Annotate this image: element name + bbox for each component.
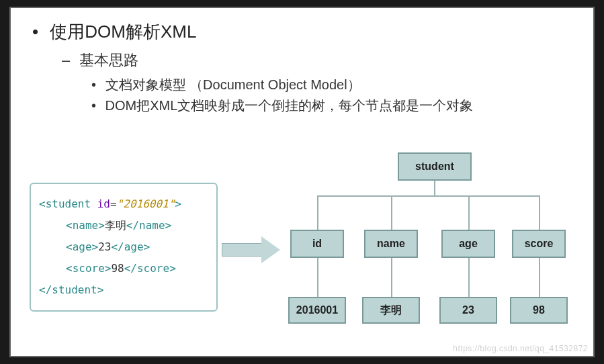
arrow-body: [222, 243, 262, 257]
xml-attr: id: [91, 197, 110, 210]
dom-tree: student id name age score 2016001 李明 23 …: [290, 152, 581, 344]
xml-tag: </student>: [39, 283, 103, 296]
xml-tag: </age>: [111, 240, 150, 253]
slide: 使用DOM解析XML 基本思路 文档对象模型 （Document Object …: [9, 7, 595, 357]
arrow-icon: [222, 236, 282, 263]
connector: [317, 258, 318, 297]
xml-tag: <student: [39, 197, 91, 210]
xml-tag: </name>: [126, 219, 171, 232]
xml-text: 23: [98, 240, 111, 253]
xml-tag: <name>: [66, 219, 105, 232]
tree-node-id: id: [290, 230, 344, 258]
code-line: <score>98</score>: [39, 258, 208, 279]
code-line: <age>23</age>: [39, 236, 208, 258]
xml-attr-value: "2016001": [117, 197, 175, 210]
connector: [317, 195, 539, 197]
code-line: <name>李明</name>: [39, 215, 208, 236]
connector: [391, 258, 392, 297]
code-sample: <student id="2016001"> <name>李明</name> <…: [30, 183, 218, 312]
connector: [539, 195, 540, 230]
watermark: https://blog.csdn.net/qq_41532872: [453, 344, 588, 353]
tree-leaf-name: 李明: [362, 297, 420, 324]
connector: [539, 258, 540, 297]
tree-leaf-age: 23: [439, 297, 497, 324]
tree-leaf-id: 2016001: [288, 297, 346, 324]
connector: [468, 195, 470, 230]
xml-tag: <age>: [66, 240, 98, 253]
xml-tag: </score>: [124, 262, 176, 275]
xml-tag: >: [175, 197, 181, 210]
tree-leaf-score: 98: [510, 297, 568, 324]
xml-eq: =: [110, 197, 117, 210]
xml-text: 98: [111, 262, 124, 275]
bullet-level-2: 基本思路: [62, 50, 574, 71]
connector: [391, 195, 392, 230]
tree-node-age: age: [441, 230, 495, 258]
connector: [317, 195, 318, 230]
arrow-head: [261, 236, 280, 263]
bullet-level-1: 使用DOM解析XML: [32, 20, 574, 44]
xml-tag: <score>: [66, 262, 111, 275]
bullet-level-3: DOM把XML文档映射成一个倒挂的树，每个节点都是一个对象: [91, 97, 574, 115]
xml-text: 李明: [105, 219, 126, 232]
connector: [468, 258, 470, 297]
connector: [434, 181, 435, 195]
code-line: <student id="2016001">: [39, 193, 208, 215]
content-row: <student id="2016001"> <name>李明</name> <…: [30, 173, 581, 344]
bullet-level-3: 文档对象模型 （Document Object Model）: [91, 76, 574, 94]
tree-node-score: score: [512, 230, 566, 258]
tree-node-name: name: [364, 230, 418, 258]
code-line: </student>: [39, 279, 208, 301]
tree-node-root: student: [398, 152, 472, 181]
